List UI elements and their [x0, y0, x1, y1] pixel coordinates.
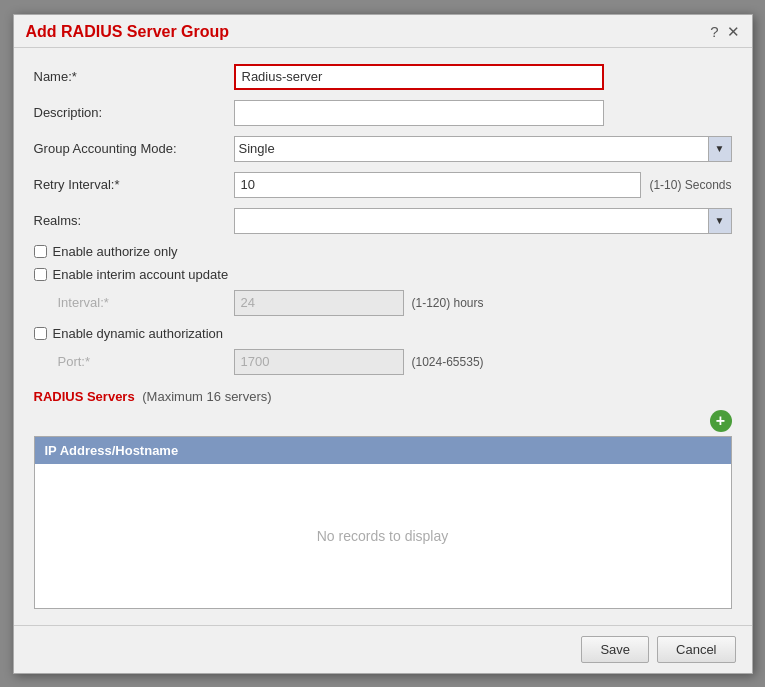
interval-input[interactable] [234, 290, 404, 316]
group-accounting-row: Group Accounting Mode: Single Multiple ▼ [34, 136, 732, 162]
enable-authorize-row: Enable authorize only [34, 244, 732, 259]
add-server-button[interactable]: + [710, 410, 732, 432]
port-hint: (1024-65535) [412, 355, 484, 369]
group-accounting-label: Group Accounting Mode: [34, 141, 234, 156]
enable-dynamic-row: Enable dynamic authorization [34, 326, 732, 341]
enable-authorize-label: Enable authorize only [53, 244, 178, 259]
group-accounting-select-wrapper: Single Multiple ▼ [234, 136, 732, 162]
retry-interval-label: Retry Interval:* [34, 177, 234, 192]
add-icon-row: + [34, 410, 732, 432]
description-input[interactable] [234, 100, 604, 126]
realms-wrapper: ▼ [234, 208, 732, 234]
enable-dynamic-label: Enable dynamic authorization [53, 326, 224, 341]
interval-label: Interval:* [58, 295, 234, 310]
cancel-button[interactable]: Cancel [657, 636, 735, 663]
port-label: Port:* [58, 354, 234, 369]
no-records-text: No records to display [317, 528, 449, 544]
table-header-ip-hostname: IP Address/Hostname [35, 437, 731, 464]
dialog-header-actions: ? ✕ [710, 23, 739, 41]
close-icon[interactable]: ✕ [727, 23, 740, 41]
table-body-no-records: No records to display [35, 464, 731, 608]
ip-hostname-table: IP Address/Hostname No records to displa… [34, 436, 732, 609]
retry-interval-hint: (1-10) Seconds [649, 178, 731, 192]
realms-label: Realms: [34, 213, 234, 228]
retry-interval-input-wrapper [234, 172, 642, 198]
retry-interval-row: Retry Interval:* (1-10) Seconds [34, 172, 732, 198]
realms-select-wrapper: ▼ [234, 208, 732, 234]
save-button[interactable]: Save [581, 636, 649, 663]
description-label: Description: [34, 105, 234, 120]
radius-servers-link-label[interactable]: RADIUS Servers [34, 389, 135, 404]
interval-hint: (1-120) hours [412, 296, 484, 310]
enable-dynamic-checkbox[interactable] [34, 327, 47, 340]
port-input-wrapper [234, 349, 404, 375]
radius-servers-hint: (Maximum 16 servers) [142, 389, 271, 404]
description-input-wrapper [234, 100, 604, 126]
realms-select[interactable] [234, 208, 732, 234]
name-input-wrapper [234, 64, 604, 90]
add-radius-server-group-dialog: Add RADIUS Server Group ? ✕ Name:* Descr… [13, 14, 753, 674]
radius-servers-section-label: RADIUS Servers (Maximum 16 servers) [34, 389, 732, 404]
retry-interval-input[interactable] [234, 172, 642, 198]
realms-row: Realms: ▼ [34, 208, 732, 234]
dialog-footer: Save Cancel [14, 625, 752, 673]
name-row: Name:* [34, 64, 732, 90]
description-row: Description: [34, 100, 732, 126]
port-row: Port:* (1024-65535) [58, 349, 732, 375]
interval-input-wrapper [234, 290, 404, 316]
port-input[interactable] [234, 349, 404, 375]
enable-authorize-checkbox[interactable] [34, 245, 47, 258]
enable-interim-label: Enable interim account update [53, 267, 229, 282]
dialog-body: Name:* Description: Group Accounting Mod… [14, 48, 752, 625]
help-icon[interactable]: ? [710, 23, 718, 40]
interval-row: Interval:* (1-120) hours [58, 290, 732, 316]
name-label: Name:* [34, 69, 234, 84]
enable-interim-row: Enable interim account update [34, 267, 732, 282]
dialog-title: Add RADIUS Server Group [26, 23, 230, 41]
dialog-header: Add RADIUS Server Group ? ✕ [14, 15, 752, 48]
group-accounting-wrapper: Single Multiple ▼ [234, 136, 732, 162]
name-input[interactable] [234, 64, 604, 90]
group-accounting-select[interactable]: Single Multiple [234, 136, 732, 162]
enable-interim-checkbox[interactable] [34, 268, 47, 281]
